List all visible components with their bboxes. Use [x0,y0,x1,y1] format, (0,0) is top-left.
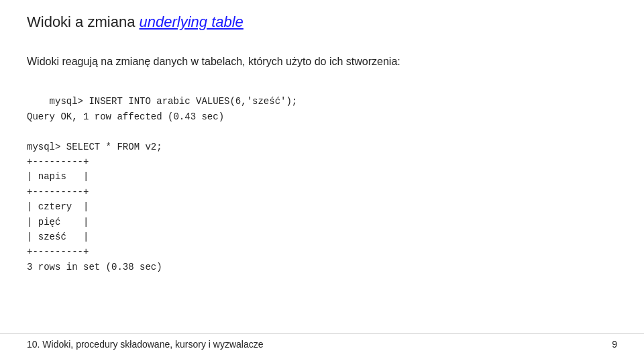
code-line-11: +---------+ [27,246,89,257]
code-line-6: | napis | [27,171,89,182]
title-prefix: Widoki a zmiana [27,13,140,30]
code-line-9: | pięć | [27,217,89,227]
footer-bar: 10. Widoki, procedury składowane, kursor… [0,333,644,355]
footer-page: 9 [612,339,617,350]
title-section: Widoki a zmiana underlying table [27,13,617,31]
code-line-2: Query OK, 1 row affected (0.43 sec) [27,111,224,122]
footer-text: 10. Widoki, procedury składowane, kursor… [27,339,263,350]
code-block: mysql> INSERT INTO arabic VALUES(6,'sześ… [27,79,617,289]
code-line-8: | cztery | [27,201,89,212]
code-line-4: mysql> SELECT * FROM v2; [27,142,162,152]
code-line-12: 3 rows in set (0.38 sec) [27,262,162,272]
page-title: Widoki a zmiana underlying table [27,13,617,31]
code-line-7: +---------+ [27,187,89,197]
title-italic-link[interactable]: underlying table [140,13,244,30]
code-line-10: | sześć | [27,232,89,242]
subtitle-text: Widoki reagują na zmianę danych w tabela… [27,54,617,70]
page-wrapper: Widoki a zmiana underlying table Widoki … [0,0,644,355]
code-line-1: mysql> INSERT INTO arabic VALUES(6,'sześ… [50,96,298,107]
code-line-5: +---------+ [27,156,89,167]
